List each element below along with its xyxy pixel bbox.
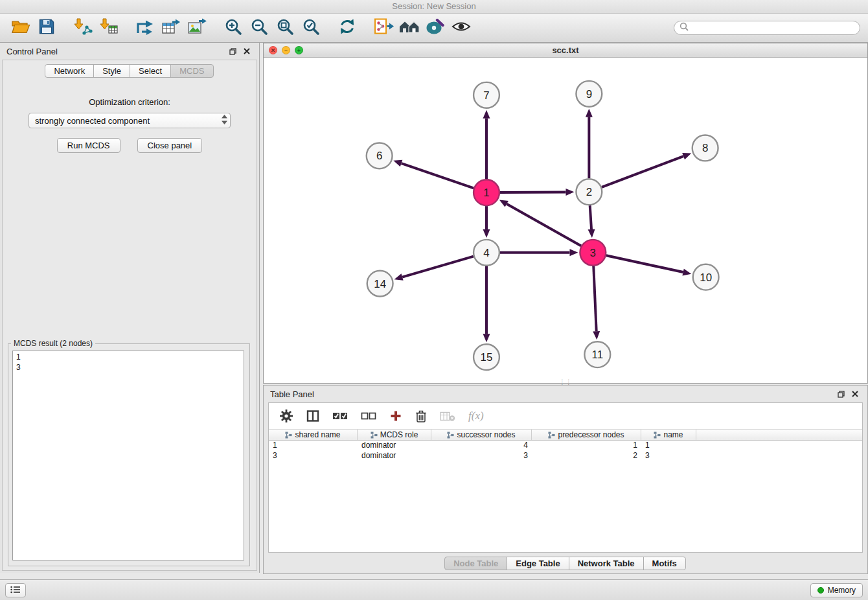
tab-style[interactable]: Style (93, 64, 130, 78)
zoom-out-button[interactable] (246, 16, 272, 40)
table-cell: dominator (358, 451, 431, 461)
control-panel-tabs: NetworkStyleSelectMCDS (3, 64, 257, 78)
window-close-button[interactable]: ✕ (269, 46, 277, 54)
graph-node-7[interactable]: 7 (474, 82, 499, 108)
run-mcds-button[interactable]: Run MCDS (57, 138, 120, 153)
graph-node-9[interactable]: 9 (576, 81, 602, 107)
open-button[interactable] (8, 16, 34, 40)
graph-edge-arrow (588, 229, 595, 238)
tab-select[interactable]: Select (130, 64, 171, 78)
column-tree-icon (371, 432, 378, 439)
graph-edge-arrow (393, 160, 402, 167)
close-table-panel-button[interactable] (849, 388, 861, 400)
close-panel-button-mcds[interactable]: Close panel (137, 138, 203, 153)
table-cell: 4 (431, 441, 532, 451)
column-label: name (663, 430, 683, 439)
tab-network[interactable]: Network (45, 64, 94, 78)
network-canvas[interactable]: 7968124314101511 (264, 58, 867, 383)
tab-mcds[interactable]: MCDS (170, 64, 213, 78)
column-header-shared-name[interactable]: shared name (269, 430, 358, 440)
graph-node-11[interactable]: 11 (584, 341, 610, 367)
column-header-successor-nodes[interactable]: successor nodes (431, 430, 532, 440)
graph-node-2[interactable]: 2 (576, 179, 602, 205)
graph-node-1[interactable]: 1 (474, 179, 499, 205)
mcds-result-title: MCDS result (2 nodes) (11, 339, 95, 348)
export-table-button[interactable] (158, 16, 184, 40)
zoom-in-button[interactable] (220, 16, 246, 40)
splitter-handle[interactable]: ⋮⋮ (559, 381, 572, 384)
zoom-selected-button[interactable] (298, 16, 324, 40)
apply-style-button[interactable] (422, 16, 448, 40)
export-image-button[interactable] (184, 16, 210, 40)
graph-node-4[interactable]: 4 (474, 240, 499, 266)
column-header-MCDS-role[interactable]: MCDS role (358, 430, 431, 440)
select-all-button[interactable] (332, 411, 348, 421)
tab-network-table[interactable]: Network Table (569, 557, 644, 570)
memory-button[interactable]: Memory (810, 583, 863, 597)
mcds-result-text[interactable]: 1 3 (12, 351, 244, 560)
tab-edge-table[interactable]: Edge Table (507, 557, 569, 570)
graph-edge-4-14[interactable] (402, 257, 474, 277)
function-builder-button[interactable]: f(x) (468, 410, 484, 422)
task-history-button[interactable] (5, 583, 26, 597)
graph-node-10[interactable]: 10 (693, 264, 719, 290)
search-input[interactable] (692, 23, 854, 32)
table-settings-button[interactable] (279, 409, 293, 423)
graph-node-6[interactable]: 6 (367, 143, 393, 168)
clone-network-button[interactable] (371, 16, 396, 40)
graph-edge-3-10[interactable] (606, 255, 683, 272)
show-hide-button[interactable] (448, 16, 474, 40)
window-zoom-button[interactable]: + (295, 46, 303, 54)
first-neighbors-button[interactable] (396, 16, 422, 40)
column-label: predecessor nodes (558, 430, 624, 439)
float-table-panel-button[interactable] (835, 388, 847, 400)
first-neighbors-icon (398, 19, 420, 37)
optimization-criterion-label: Optimization criterion: (3, 97, 257, 107)
delete-button[interactable] (415, 410, 427, 423)
delete-table-button[interactable] (440, 411, 455, 422)
new-network-button[interactable] (132, 16, 158, 40)
column-header-name[interactable]: name (641, 430, 696, 440)
table-cell: 1 (532, 441, 641, 451)
graph-edge-3-11[interactable] (593, 266, 596, 332)
graph-node-label: 10 (700, 271, 712, 284)
show-columns-button[interactable] (306, 410, 319, 422)
graph-node-label: 2 (586, 186, 592, 198)
tab-motifs[interactable]: Motifs (643, 557, 686, 570)
table-row[interactable]: 3dominator323 (269, 451, 862, 461)
deselect-all-button[interactable] (361, 411, 376, 421)
graph-edge-2-3[interactable] (590, 205, 591, 229)
graph-node-8[interactable]: 8 (692, 135, 718, 161)
clone-network-icon (373, 17, 394, 38)
graph-edge-1-6[interactable] (402, 163, 474, 188)
network-canvas-container: 7968124314101511 (264, 58, 867, 383)
column-header-empty (696, 430, 862, 440)
tab-node-table[interactable]: Node Table (444, 557, 507, 570)
refresh-button[interactable] (334, 16, 360, 40)
graph-node-15[interactable]: 15 (474, 344, 499, 370)
zoom-fit-button[interactable] (272, 16, 298, 40)
graph-node-14[interactable]: 14 (367, 271, 393, 297)
search-field[interactable] (674, 21, 860, 35)
table-panel-title: Table Panel (270, 389, 832, 399)
close-panel-button[interactable] (241, 45, 253, 57)
import-table-button[interactable] (96, 16, 122, 40)
apply-style-icon (426, 18, 445, 38)
graph-edge-arrow (586, 109, 593, 117)
criterion-dropdown[interactable]: strongly connected component (29, 113, 231, 128)
graph-edge-3-1[interactable] (507, 204, 581, 246)
dropdown-arrows-icon (222, 115, 227, 126)
graph-edge-2-8[interactable] (602, 156, 683, 187)
add-button[interactable] (389, 410, 402, 422)
float-panel-button[interactable] (227, 45, 238, 57)
window-minimize-button[interactable]: − (282, 46, 290, 54)
column-header-predecessor-nodes[interactable]: predecessor nodes (532, 430, 641, 440)
graph-node-3[interactable]: 3 (580, 240, 606, 266)
table-row[interactable]: 1dominator411 (269, 441, 862, 451)
save-button[interactable] (34, 16, 60, 40)
export-image-icon (187, 18, 207, 38)
memory-label: Memory (828, 586, 856, 595)
graph-edge-1-2[interactable] (500, 192, 566, 192)
import-network-button[interactable] (70, 16, 96, 40)
application-window: Session: New Session (0, 0, 868, 600)
